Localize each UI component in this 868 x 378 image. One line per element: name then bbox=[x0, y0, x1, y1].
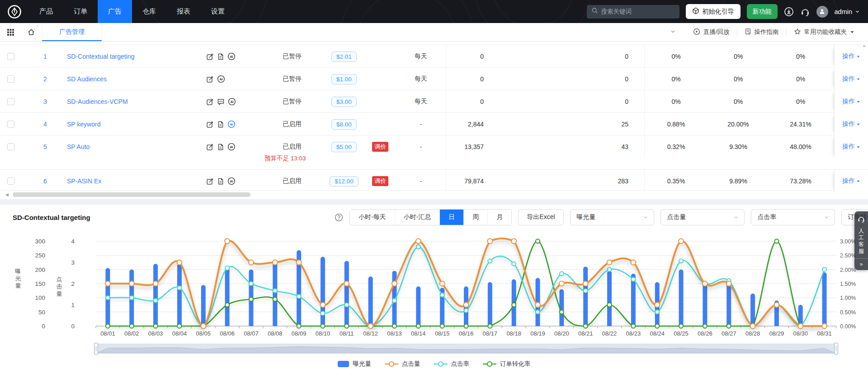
campaign-name-link[interactable]: SD-Audiences-VCPM bbox=[61, 90, 206, 113]
collapse-chevron-icon[interactable] bbox=[667, 28, 686, 36]
ai-icon[interactable]: AI bbox=[227, 177, 236, 185]
edit-icon[interactable] bbox=[206, 98, 214, 106]
customer-service-widget[interactable]: 人工客服 » bbox=[854, 211, 868, 270]
document-icon[interactable] bbox=[217, 53, 224, 61]
datazoom-slider[interactable] bbox=[96, 344, 836, 354]
message-icon[interactable] bbox=[217, 98, 225, 106]
expand-icon[interactable]: » bbox=[854, 258, 868, 267]
row-checkbox[interactable] bbox=[7, 177, 14, 185]
legend-item-0[interactable]: 曝光量 bbox=[338, 360, 372, 368]
row-number[interactable]: 5 bbox=[29, 135, 61, 158]
bid-price-button[interactable]: $12.00 bbox=[330, 176, 358, 187]
document-icon[interactable] bbox=[217, 177, 224, 185]
nav-item-2[interactable]: 广告 bbox=[98, 0, 132, 23]
campaign-name-link[interactable]: SP-ASIN Ex bbox=[61, 170, 206, 192]
row-number[interactable]: 2 bbox=[29, 68, 61, 90]
row-checkbox[interactable] bbox=[7, 75, 14, 83]
impressions-value: 79,874 bbox=[446, 170, 486, 192]
bid-price-button[interactable]: $5.00 bbox=[331, 142, 357, 152]
ai-icon[interactable]: AI bbox=[227, 143, 236, 151]
row-operation-link[interactable]: 操作 bbox=[834, 45, 868, 68]
metric-select-1[interactable]: 曝光量 bbox=[570, 209, 654, 225]
range-button-1[interactable]: 小时-汇总 bbox=[395, 210, 440, 225]
ai-icon[interactable]: AI bbox=[227, 120, 236, 128]
row-operation-link[interactable]: 操作 bbox=[834, 68, 868, 90]
horizontal-scroll-thumb[interactable] bbox=[13, 192, 250, 197]
legend-item-3[interactable]: 订单转化率 bbox=[483, 360, 531, 368]
edit-icon[interactable] bbox=[206, 143, 214, 151]
datazoom-right-handle[interactable] bbox=[834, 343, 838, 355]
scroll-left-arrow-icon[interactable]: ◀ bbox=[5, 192, 9, 197]
svg-text:08/08: 08/08 bbox=[268, 330, 283, 337]
live-replay-link[interactable]: 直播/回放 bbox=[686, 28, 737, 37]
ai-icon[interactable]: AI bbox=[227, 52, 236, 61]
bid-price-button[interactable]: $1.00 bbox=[331, 74, 357, 84]
chevron-down-icon bbox=[643, 215, 648, 220]
legend-label: 点击量 bbox=[402, 360, 420, 368]
home-icon[interactable] bbox=[21, 23, 42, 41]
document-icon[interactable] bbox=[217, 121, 224, 128]
tab-ad-management[interactable]: 广告管理 bbox=[42, 23, 102, 41]
row-number[interactable]: 6 bbox=[29, 170, 61, 192]
nav-item-0[interactable]: 产品 bbox=[29, 0, 63, 23]
legend-item-1[interactable]: 点击量 bbox=[385, 360, 420, 368]
datazoom-left-handle[interactable] bbox=[94, 343, 98, 355]
user-menu[interactable]: admin bbox=[835, 8, 860, 15]
row-operation-link[interactable]: 操作 bbox=[834, 113, 868, 135]
favorites-link[interactable]: 常用功能收藏夹 bbox=[787, 28, 862, 37]
row-checkbox[interactable] bbox=[7, 143, 14, 150]
range-button-4[interactable]: 月 bbox=[487, 210, 511, 225]
ai-icon[interactable]: AI bbox=[228, 98, 236, 106]
row-operation-link[interactable]: 操作 bbox=[834, 170, 868, 192]
download-icon[interactable] bbox=[784, 7, 794, 17]
export-excel-button[interactable]: 导出Excel bbox=[518, 209, 563, 225]
edit-icon[interactable] bbox=[206, 53, 214, 61]
edit-icon[interactable] bbox=[206, 121, 214, 128]
help-icon[interactable] bbox=[335, 213, 343, 222]
campaign-name-link[interactable]: SP Auto bbox=[61, 135, 206, 158]
search-input[interactable] bbox=[601, 8, 669, 15]
range-button-2[interactable]: 日 bbox=[439, 210, 463, 225]
ai-icon[interactable]: AI bbox=[217, 75, 225, 83]
scroll-up-arrow-icon[interactable]: ▲ bbox=[862, 43, 866, 48]
campaign-name-link[interactable]: SD Audiences bbox=[61, 68, 206, 90]
row-checkbox-cell bbox=[0, 68, 29, 90]
campaign-name-link[interactable]: SP keyword bbox=[61, 113, 206, 135]
init-guide-button[interactable]: 初始化引导 bbox=[686, 4, 741, 19]
document-icon[interactable] bbox=[217, 143, 224, 151]
row-number[interactable]: 4 bbox=[29, 113, 61, 135]
row-operation-link[interactable]: 操作 bbox=[834, 90, 868, 113]
app-logo[interactable] bbox=[0, 0, 29, 23]
row-operation-link[interactable]: 操作 bbox=[834, 135, 868, 158]
chevron-down-icon bbox=[733, 215, 739, 220]
metric-select-3[interactable]: 点击率 bbox=[751, 209, 835, 225]
edit-icon[interactable] bbox=[206, 75, 214, 83]
row-checkbox[interactable] bbox=[7, 98, 14, 105]
row-checkbox[interactable] bbox=[7, 121, 14, 128]
range-button-3[interactable]: 周 bbox=[463, 210, 487, 225]
edit-icon[interactable] bbox=[206, 177, 214, 185]
nav-item-1[interactable]: 订单 bbox=[63, 0, 98, 23]
new-feature-button[interactable]: 新功能 bbox=[747, 4, 778, 19]
guide-link[interactable]: 操作指南 bbox=[737, 28, 786, 36]
nav-item-3[interactable]: 仓库 bbox=[132, 0, 166, 23]
campaign-name-link[interactable]: SD-Contextual targeting bbox=[61, 45, 206, 68]
bid-price-button[interactable]: $3.00 bbox=[331, 97, 357, 107]
apps-grid-icon[interactable] bbox=[0, 23, 21, 41]
nav-item-4[interactable]: 报表 bbox=[166, 0, 201, 23]
range-button-0[interactable]: 小时-每天 bbox=[350, 210, 395, 225]
user-avatar[interactable] bbox=[816, 6, 828, 18]
bid-price-button[interactable]: $2.01 bbox=[331, 51, 357, 62]
metric-select-2[interactable]: 点击量 bbox=[660, 209, 745, 225]
nav-item-5[interactable]: 设置 bbox=[201, 0, 235, 23]
legend-item-2[interactable]: 点击率 bbox=[434, 360, 470, 368]
row-number[interactable]: 3 bbox=[29, 90, 61, 113]
reprice-badge: 调价 bbox=[372, 142, 388, 152]
bid-price-button[interactable]: $8.00 bbox=[331, 119, 357, 130]
row-number[interactable]: 1 bbox=[29, 45, 61, 68]
global-search[interactable] bbox=[587, 5, 679, 19]
headset-icon[interactable] bbox=[800, 7, 810, 17]
impressions-value: 0 bbox=[446, 45, 486, 68]
svg-text:08/28: 08/28 bbox=[745, 330, 760, 337]
row-checkbox[interactable] bbox=[7, 53, 14, 60]
